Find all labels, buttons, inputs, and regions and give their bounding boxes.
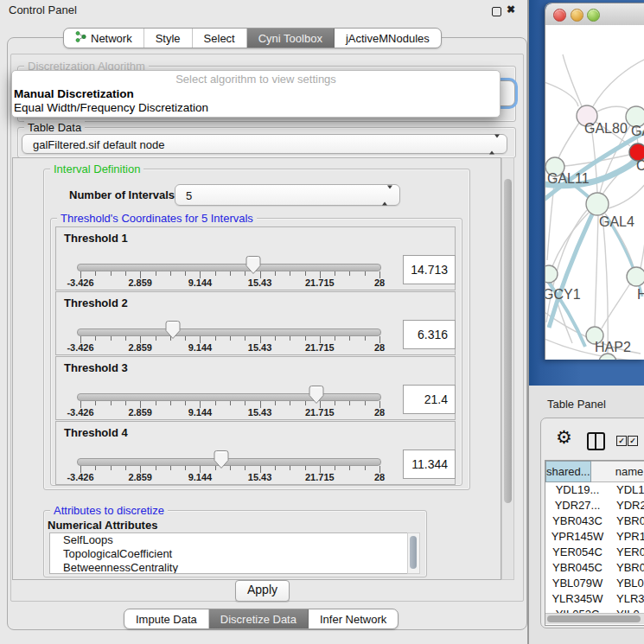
slider-track[interactable] [77,328,381,336]
checkbox-icon[interactable]: ✓ [628,436,638,446]
cell-shared-name: YBR045C [545,560,609,576]
table-row[interactable]: YPR145WYPR1 [545,529,644,545]
slider-thumb[interactable] [165,320,181,343]
table-row[interactable]: YDL19...YDL1 [545,482,644,498]
network-edge[interactable] [609,182,644,208]
slider-track[interactable] [77,458,381,466]
list-item[interactable]: TopologicalCoefficient [50,547,407,561]
node-label: GAL11 [547,171,590,186]
network-edge[interactable] [563,54,582,106]
tick-mark [215,336,216,341]
network-node-bottom-partial[interactable] [599,354,616,360]
close-icon[interactable]: ✖ [507,3,515,16]
tab-label: Style [156,32,181,45]
threshold-value-field[interactable]: 21.4 [403,385,456,414]
node-label: GA [631,124,644,138]
tick-mark [125,336,126,341]
table-row[interactable]: YBR043CYBR0 [545,513,644,529]
threshold-value-field[interactable]: 6.316 [403,320,456,349]
table-row[interactable]: YLR345WYLR3 [545,591,644,607]
gear-icon[interactable]: ⚙ [556,428,572,446]
tick-label: 21.715 [305,342,335,353]
network-edge[interactable] [593,58,644,106]
tick-mark [365,271,366,276]
minimize-traffic-light[interactable] [571,9,583,22]
cell-name: YDR2 [609,498,644,513]
tick-mark [230,271,231,276]
column-header-name[interactable]: name [591,461,644,482]
list-item[interactable]: SelfLoops [50,533,407,547]
network-node-gal4[interactable] [586,193,609,215]
tick-mark [156,271,156,276]
threshold-value-field[interactable]: 14.713 [403,255,456,284]
network-window-titlebar[interactable] [545,3,644,26]
network-edge[interactable] [558,123,579,158]
dropdown-item[interactable]: Equal Width/Frequency Discretization [12,101,500,115]
network-edge[interactable] [545,79,578,106]
column-header-shared-name[interactable]: shared... [545,461,591,482]
tab-label: Cyni Toolbox [258,32,322,45]
tab-network[interactable]: Network [64,29,144,48]
tick-label: 15.43 [248,342,272,353]
scrollbar-thumb[interactable] [410,536,417,569]
network-window[interactable]: GAL80GACGAL11GAL4GCY1HHAP2 [545,3,644,360]
threshold-value-field[interactable]: 11.344 [403,450,456,479]
network-node-h[interactable] [627,267,644,286]
checkbox-icon[interactable]: ✓ [616,436,627,446]
vertical-scrollbar[interactable] [501,157,514,580]
group-title: Table Data [24,121,85,134]
tab-discretize-data[interactable]: Discretize Data [209,609,309,628]
cell-shared-name: YBR043C [545,513,609,529]
table-row[interactable]: YER054CYER0 [545,545,644,560]
tick-mark [125,271,126,276]
scrollbar-thumb[interactable] [547,615,641,622]
tick-mark [230,466,231,470]
split-columns-icon[interactable] [587,432,605,450]
network-edge[interactable] [641,222,644,268]
dropdown-item[interactable]: Manual Discretization [12,87,500,101]
tab-impute-data[interactable]: Impute Data [124,609,209,628]
network-edge[interactable] [547,176,555,260]
slider-thumb[interactable] [214,450,229,473]
control-panel: Control Panel ✖ NetworkStyleSelectCyni T… [0,0,529,644]
attributes-list[interactable]: SelfLoopsTopologicalCoefficientBetweenne… [49,532,408,574]
tick-mark [275,401,276,405]
panel-title: Control Panel [9,3,77,16]
tick-mark [365,466,366,470]
network-edge[interactable] [595,215,598,327]
zoom-traffic-light[interactable] [587,9,600,22]
network-node-gcy1[interactable] [545,265,558,283]
attributes-scrollbar[interactable] [407,532,420,574]
close-traffic-light[interactable] [553,9,566,22]
slider-thumb[interactable] [309,385,324,408]
table-data-combobox[interactable]: galFiltered.sif default node [22,134,507,154]
tick-mark [365,336,366,341]
number-of-intervals-combobox[interactable]: 5 [175,184,400,206]
tick-mark [215,271,216,276]
network-edge[interactable] [602,284,630,328]
tab-select[interactable]: Select [193,29,247,48]
table-row[interactable]: YBL079WYBL0 [545,576,644,591]
tick-mark [305,401,306,405]
table-row[interactable]: YDR27...YDR2 [545,498,644,513]
combobox-value: 5 [186,188,192,201]
apply-button[interactable]: Apply [235,580,290,602]
float-window-icon[interactable] [492,7,501,16]
tick-label: 28 [374,342,385,353]
tab-jactivemnodules[interactable]: jActiveMNodules [335,29,441,48]
network-edge[interactable] [597,106,629,112]
slider-track[interactable] [77,264,381,271]
scrollbar-thumb[interactable] [504,179,512,503]
table-row[interactable]: YBR045CYBR0 [545,560,644,576]
list-item[interactable]: BetweennessCentrality [50,561,407,574]
tab-infer-network[interactable]: Infer Network [309,609,398,628]
slider-thumb[interactable] [245,255,261,278]
tab-style[interactable]: Style [144,29,193,48]
horizontal-scrollbar[interactable] [545,613,644,624]
node-label: GCY1 [545,287,581,302]
network-canvas[interactable]: GAL80GACGAL11GAL4GCY1HHAP2 [545,25,644,360]
slider-track[interactable] [77,393,381,401]
cell-name: YDL1 [609,482,644,498]
tick-label: -3.426 [67,277,93,288]
tab-cyni-toolbox[interactable]: Cyni Toolbox [247,29,335,48]
